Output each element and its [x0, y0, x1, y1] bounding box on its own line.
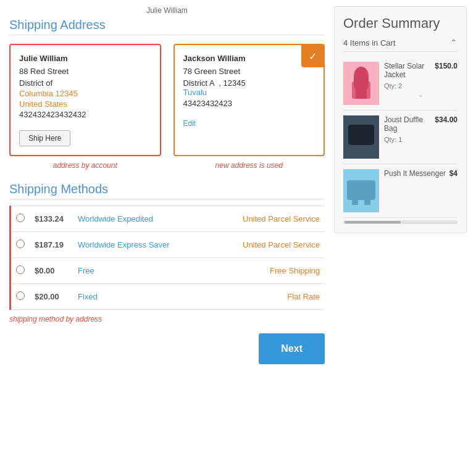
- svg-rect-10: [343, 169, 379, 212]
- method-carrier: United Parcel Service: [209, 206, 325, 232]
- shipping-method-row[interactable]: $187.19 Worldwide Express Saver United P…: [10, 232, 325, 258]
- svg-rect-9: [348, 137, 374, 139]
- svg-rect-11: [347, 181, 375, 200]
- method-price: $187.19: [30, 232, 73, 258]
- svg-rect-5: [343, 115, 379, 159]
- shipping-address-title: Shipping Address: [9, 18, 325, 35]
- svg-rect-4: [358, 81, 364, 91]
- svg-rect-3: [356, 81, 367, 99]
- scroll-bar[interactable]: [343, 220, 457, 224]
- method-price: $133.24: [30, 206, 73, 232]
- new-address-label: new address is used: [173, 161, 325, 170]
- item-price: $34.00: [435, 115, 457, 124]
- method-name: Fixed: [73, 284, 209, 310]
- item-price: $150.0: [435, 62, 457, 70]
- account-address-label: address by account: [9, 161, 161, 170]
- method-name: Worldwide Express Saver: [73, 232, 209, 258]
- cart-collapse-icon[interactable]: ⌃: [450, 38, 457, 48]
- method-radio-cell[interactable]: [10, 258, 30, 284]
- method-carrier: Flat Rate: [209, 284, 325, 310]
- method-carrier: United Parcel Service: [209, 232, 325, 258]
- method-price: $0.00: [30, 258, 73, 284]
- item-info-0: Stellar Solar Jacket $150.0 Qty: 2 ⌄: [384, 62, 457, 99]
- method-radio-3[interactable]: [16, 291, 25, 300]
- shipping-method-row[interactable]: $133.24 Worldwide Expedited United Parce…: [10, 206, 325, 232]
- ship-here-button[interactable]: Ship Here: [19, 130, 70, 146]
- selected-checkmark: ✓: [301, 45, 324, 67]
- item-qty: Qty: 2: [384, 82, 457, 90]
- method-radio-0[interactable]: [16, 214, 25, 222]
- item-info-1: Joust Duffle Bag $34.00 Qty: 1: [384, 115, 457, 143]
- order-summary-panel: Order Summary 4 Items in Cart ⌃ Stellar …: [334, 6, 467, 233]
- shipping-methods-table: $133.24 Worldwide Expedited United Parce…: [9, 206, 325, 310]
- method-radio-1[interactable]: [16, 240, 25, 248]
- new-addr-country: Tuvalu: [183, 88, 315, 97]
- item-price: $4: [449, 169, 457, 178]
- item-qty: Qty: 1: [384, 136, 457, 143]
- account-address-card: Julie William 88 Red Street District of …: [9, 44, 161, 156]
- scroll-thumb: [344, 221, 401, 223]
- method-radio-cell[interactable]: [10, 206, 30, 232]
- account-addr-city: Columbia 12345: [19, 89, 151, 98]
- item-info-2: Push It Messenger $4: [384, 169, 457, 181]
- new-address-card: ✓ Jackson William 78 Green Street Distri…: [173, 44, 325, 156]
- new-addr-street: 78 Green Street: [183, 67, 315, 76]
- shipping-methods-title: Shipping Methods: [9, 182, 325, 199]
- item-name: Push It Messenger: [384, 169, 446, 178]
- method-name: Worldwide Expedited: [73, 206, 209, 232]
- order-item: Stellar Solar Jacket $150.0 Qty: 2 ⌄: [343, 57, 457, 111]
- svg-rect-14: [364, 200, 370, 205]
- item-expand-icon[interactable]: ⌄: [384, 91, 457, 99]
- account-addr-name: Julie William: [19, 54, 151, 63]
- item-image-0: [343, 62, 379, 105]
- method-price: $20.00: [30, 284, 73, 310]
- svg-rect-8: [363, 125, 370, 131]
- account-addr-street: 88 Red Street: [19, 67, 151, 76]
- method-radio-cell[interactable]: [10, 284, 30, 310]
- item-name: Joust Duffle Bag: [384, 115, 432, 133]
- svg-point-1: [354, 67, 369, 84]
- shipping-method-row[interactable]: $0.00 Free Free Shipping: [10, 258, 325, 284]
- new-addr-name: Jackson William: [183, 54, 315, 63]
- breadcrumb: Julie William: [9, 6, 325, 15]
- account-addr-country: United States: [19, 99, 151, 109]
- svg-rect-13: [352, 200, 358, 205]
- method-radio-2[interactable]: [16, 265, 25, 274]
- svg-rect-6: [348, 129, 374, 145]
- method-carrier: Free Shipping: [209, 258, 325, 284]
- svg-rect-12: [349, 185, 373, 197]
- edit-address-link[interactable]: Edit: [183, 119, 196, 128]
- next-button[interactable]: Next: [259, 333, 325, 364]
- shipping-method-row[interactable]: $20.00 Fixed Flat Rate: [10, 284, 325, 310]
- order-item: Joust Duffle Bag $34.00 Qty: 1: [343, 111, 457, 164]
- item-image-2: [343, 169, 379, 212]
- account-addr-phone: 432432423432432: [19, 110, 151, 119]
- account-addr-district: District of: [19, 78, 151, 88]
- order-item: Push It Messenger $4: [343, 164, 457, 218]
- cart-count: 4 Items in Cart: [343, 38, 396, 48]
- method-radio-cell[interactable]: [10, 232, 30, 258]
- item-name: Stellar Solar Jacket: [384, 62, 432, 79]
- new-addr-phone: 43423432423: [183, 99, 315, 108]
- item-image-1: [343, 115, 379, 159]
- new-addr-district: District A , 12345: [183, 78, 315, 88]
- method-name: Free: [73, 258, 209, 284]
- shipping-method-label: shipping method by address: [9, 315, 325, 323]
- order-summary-title: Order Summary: [343, 15, 457, 31]
- svg-rect-7: [352, 125, 359, 131]
